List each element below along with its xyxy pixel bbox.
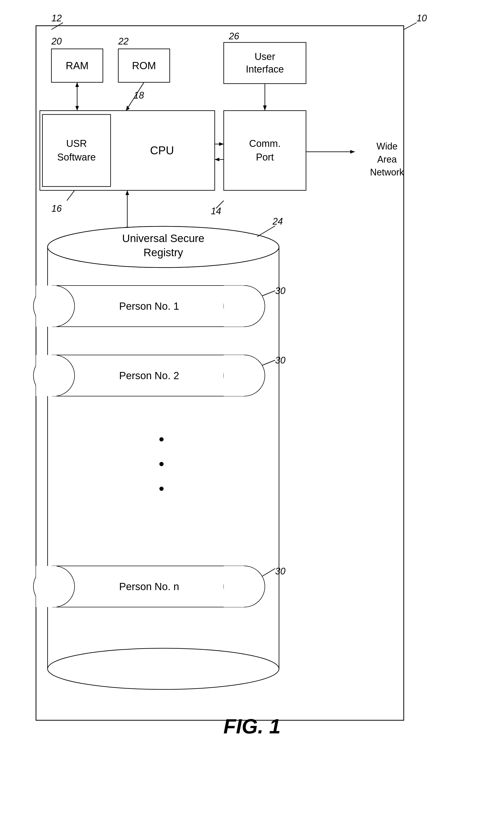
svg-marker-21 bbox=[125, 227, 129, 231]
svg-marker-17 bbox=[215, 158, 219, 161]
person2-label: Person No. 2 bbox=[54, 355, 244, 396]
svg-marker-11 bbox=[126, 105, 130, 110]
fig-label: FIG. 1 bbox=[224, 715, 280, 738]
svg-marker-19 bbox=[350, 150, 355, 154]
svg-line-47 bbox=[262, 291, 275, 296]
wan-label: Wide Area Network bbox=[357, 136, 417, 183]
svg-rect-36 bbox=[36, 355, 57, 396]
usr-db-label: Universal Secure Registry bbox=[47, 231, 279, 260]
svg-marker-13 bbox=[263, 105, 267, 110]
cpu-label: CPU bbox=[110, 110, 213, 190]
svg-rect-41 bbox=[36, 566, 57, 607]
svg-marker-15 bbox=[219, 142, 224, 146]
label-10: 10 bbox=[417, 13, 427, 24]
label-14: 14 bbox=[211, 206, 221, 217]
label-16: 16 bbox=[51, 203, 62, 214]
svg-point-25 bbox=[47, 648, 279, 689]
label-30b: 30 bbox=[275, 355, 286, 366]
label-30c: 30 bbox=[275, 566, 286, 577]
label-24: 24 bbox=[273, 216, 283, 227]
svg-line-43 bbox=[404, 23, 417, 29]
page: 10 12 RAM 20 ROM 22 18 User Interface 26… bbox=[0, 0, 504, 835]
svg-line-44 bbox=[67, 190, 75, 201]
svg-line-49 bbox=[262, 569, 275, 576]
diagram: 10 12 RAM 20 ROM 22 18 User Interface 26… bbox=[0, 0, 504, 772]
label-18: 18 bbox=[134, 90, 144, 101]
label-20: 20 bbox=[51, 36, 62, 47]
svg-line-48 bbox=[262, 360, 275, 365]
usr-software-label: USR Software bbox=[42, 115, 110, 186]
user-interface-label: User Interface bbox=[224, 42, 306, 84]
comm-port-label: Comm. Port bbox=[224, 110, 306, 190]
label-22: 22 bbox=[118, 36, 129, 47]
person1-label: Person No. 1 bbox=[54, 286, 244, 327]
svg-marker-22 bbox=[125, 190, 129, 195]
svg-marker-8 bbox=[75, 82, 79, 87]
svg-rect-31 bbox=[36, 286, 57, 327]
dots-label: ••• bbox=[149, 427, 175, 478]
label-30a: 30 bbox=[275, 286, 286, 296]
ram-label: RAM bbox=[51, 49, 103, 82]
label-12: 12 bbox=[51, 13, 62, 24]
rom-label: ROM bbox=[118, 49, 170, 82]
svg-marker-9 bbox=[75, 106, 79, 110]
svg-line-42 bbox=[51, 23, 63, 29]
label-26: 26 bbox=[229, 31, 239, 42]
person-n-label: Person No. n bbox=[54, 566, 244, 607]
